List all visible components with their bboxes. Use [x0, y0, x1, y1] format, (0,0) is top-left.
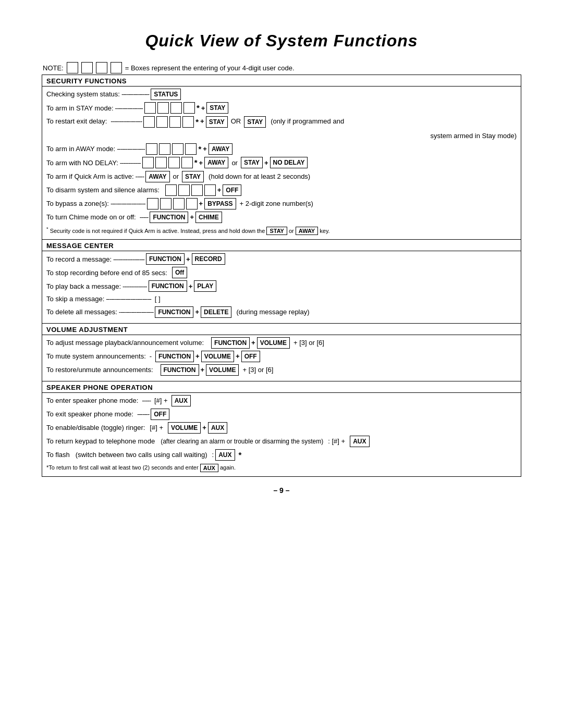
volume-title: Volume Adjustment — [42, 324, 521, 335]
note3: system armed in Stay mode) — [139, 131, 517, 141]
play-key: PLAY — [194, 280, 216, 292]
label: To restore/unmute announcements: — [46, 365, 153, 375]
box3 — [191, 184, 203, 196]
hash-plus2: : [#] + — [328, 436, 345, 447]
function-key: FUNCTION — [150, 212, 188, 223]
function-key: FUNCTION — [149, 280, 187, 292]
speaker-footnote: *To return to first call wait at least t… — [46, 463, 517, 473]
label: To enter speaker phone mode: — [46, 396, 138, 406]
box4 — [185, 143, 197, 155]
label: To delete all messages: — [46, 307, 117, 317]
message-body: To record a message: ------------------ … — [42, 251, 521, 323]
dash: ----- — [142, 396, 151, 406]
page-number: – 9 – — [42, 486, 521, 495]
note2: (during message replay) — [236, 307, 309, 317]
delete-key: DELETE — [201, 306, 231, 318]
box2 — [157, 102, 169, 114]
label: To play back a message: — [46, 281, 121, 292]
off-key: OFF — [241, 351, 260, 362]
stay-key: STAY — [206, 102, 228, 114]
box1 — [144, 102, 156, 114]
security-body: Checking system status: ----------------… — [42, 87, 521, 239]
function-key: FUNCTION — [155, 351, 194, 362]
function-key: FUNCTION — [146, 253, 185, 265]
aux-key: AUX — [215, 449, 235, 461]
aux-key: AUX — [208, 422, 227, 434]
box3 — [170, 102, 182, 114]
record-key: RECORD — [192, 253, 225, 265]
page-title: Quick View of System Functions — [42, 31, 521, 51]
dash: ------------------ — [111, 116, 142, 127]
star: * — [198, 143, 201, 155]
box4 — [182, 116, 194, 128]
row-stop-record: To stop recording before end of 85 secs:… — [46, 267, 517, 278]
security-footnote: * Security code is not required if Quick… — [46, 225, 517, 237]
box1 — [146, 143, 157, 155]
away-key: AWAY — [209, 143, 232, 155]
box4 — [186, 198, 198, 209]
label: To arm with NO DELAY: — [46, 158, 118, 168]
aux-key: AUX — [350, 436, 369, 447]
plus: + — [203, 144, 207, 154]
aux-key-fn: AUX — [200, 464, 218, 472]
plus: + — [199, 199, 203, 209]
away-key: AWAY — [145, 171, 169, 182]
label: To bypass a zone(s): — [46, 199, 109, 209]
row-playback: To play back a message: -------------- F… — [46, 280, 517, 292]
label: Checking system status: — [46, 89, 120, 100]
label: To adjust message playback/announcement … — [46, 338, 204, 348]
chime-key: CHIME — [195, 212, 222, 223]
label: To mute system announcements: — [46, 351, 146, 362]
bypass-key: BYPASS — [204, 198, 236, 209]
speaker-title: Speaker Phone Operation — [42, 381, 521, 393]
digit-box-3 — [96, 62, 107, 73]
dash: ----- — [136, 171, 144, 182]
volume-key: VOLUME — [201, 351, 234, 362]
away-key: AWAY — [204, 157, 228, 168]
label: To exit speaker phone mode: — [46, 409, 133, 419]
or-text: or — [173, 171, 179, 182]
label: To record a message: — [46, 254, 112, 265]
speaker-body: To enter speaker phone mode: ----- [#] +… — [42, 393, 521, 477]
row-disarm: To disarm system and silence alarms: + O… — [46, 184, 517, 196]
label: To disarm system and silence alarms: — [46, 185, 160, 195]
digit-box-2 — [81, 62, 93, 73]
dash: -------------------- — [119, 307, 154, 317]
box3 — [168, 157, 180, 168]
dash: ------------ — [120, 158, 141, 168]
security-section: Security Functions Checking system statu… — [42, 75, 521, 240]
box2 — [156, 116, 168, 128]
aux-star: : — [212, 450, 214, 460]
no-delay-key: NO DELAY — [270, 157, 308, 168]
plus2: + — [236, 351, 240, 362]
plus: + — [186, 254, 190, 265]
box2 — [155, 157, 167, 168]
dash: ------- — [137, 409, 149, 419]
plus: + — [195, 351, 200, 362]
row-arm-away: To arm in AWAY mode: ---------------- * … — [46, 143, 517, 155]
volume-body: To adjust message playback/announcement … — [42, 335, 521, 381]
stay-key-fn: STAY — [266, 227, 287, 235]
function-key: FUNCTION — [155, 306, 193, 318]
plus: + — [189, 281, 193, 292]
label: To return keypad to telephone mode — [46, 436, 155, 447]
plus: + — [202, 423, 206, 433]
row-enter-speaker: To enter speaker phone mode: ----- [#] +… — [46, 395, 517, 406]
note2: (only if programmed and — [271, 116, 344, 127]
star: * — [195, 116, 199, 128]
speaker-section: Speaker Phone Operation To enter speaker… — [42, 381, 521, 477]
digit-box-4 — [111, 62, 122, 73]
row-unmute: To restore/unmute announcements: FUNCTIO… — [46, 364, 517, 376]
or-text: or — [231, 158, 238, 168]
star: * — [239, 449, 242, 461]
note-label: NOTE: — [43, 64, 64, 72]
row-check-status: Checking system status: ----------------… — [46, 89, 517, 100]
note-text: = Boxes represent the entering of your 4… — [125, 64, 295, 72]
box1 — [143, 116, 155, 128]
label: To stop recording before end of 85 secs: — [46, 268, 167, 278]
plus: + — [251, 338, 255, 348]
aux-key: AUX — [172, 395, 191, 406]
dash: ---------------- — [115, 103, 143, 114]
function-key: FUNCTION — [211, 337, 250, 349]
function-key: FUNCTION — [161, 364, 199, 376]
